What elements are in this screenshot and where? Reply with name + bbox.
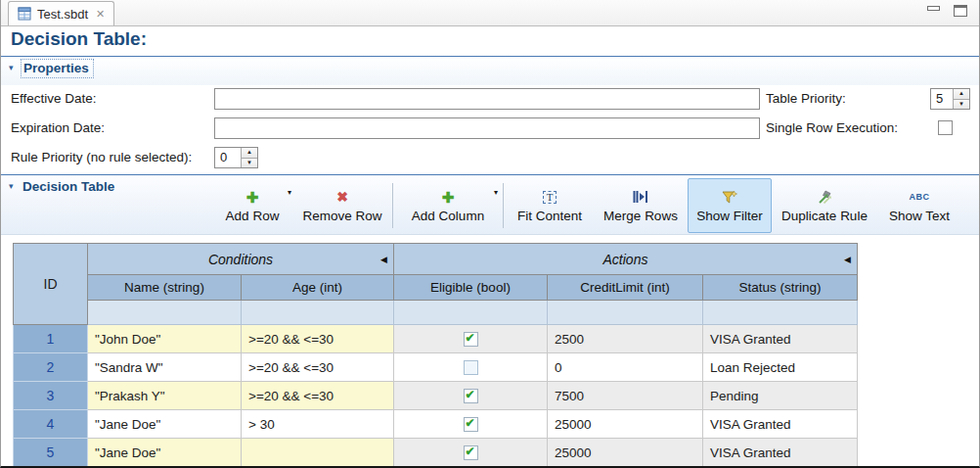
add-column-label: Add Column: [412, 209, 484, 223]
column-header-creditlimit[interactable]: CreditLimit (int): [548, 275, 703, 301]
collapse-triangle-icon[interactable]: ▾: [9, 181, 14, 191]
duplicate-rule-label: Duplicate Rule: [781, 209, 868, 223]
cell-eligible[interactable]: ✔: [394, 325, 548, 353]
actions-group-header[interactable]: Actions ◀: [394, 244, 858, 275]
cell-name[interactable]: "Prakash Y": [88, 382, 242, 410]
table-priority-label: Table Priority:: [766, 88, 846, 110]
cell-eligible[interactable]: ✔: [394, 353, 548, 382]
single-row-execution-checkbox[interactable]: [938, 120, 953, 135]
cell-creditlimit[interactable]: 25000: [548, 439, 703, 467]
filter-funnel-icon: [722, 189, 737, 206]
duplicate-rule-button[interactable]: Duplicate Rule: [772, 178, 877, 233]
cell-name[interactable]: "John Doe": [88, 325, 242, 353]
row-id[interactable]: 2: [14, 353, 88, 382]
remove-row-button[interactable]: ✖ Remove Row: [294, 178, 390, 233]
add-column-button[interactable]: ✚ Add Column ▾: [395, 178, 501, 233]
cell-age[interactable]: > 30: [242, 410, 394, 439]
merge-rows-label: Merge Rows: [603, 209, 678, 223]
row-id[interactable]: 5: [14, 439, 88, 467]
collapse-left-icon[interactable]: ◀: [844, 255, 851, 264]
filter-cell-creditlimit[interactable]: [548, 301, 703, 325]
show-text-button[interactable]: ABC Show Text: [877, 178, 961, 233]
filter-cell-age[interactable]: [242, 301, 394, 325]
cell-name[interactable]: "Jane Doe": [88, 439, 242, 467]
spinner-down-icon[interactable]: ▼: [242, 159, 257, 168]
remove-icon: ✖: [336, 190, 348, 204]
cell-age[interactable]: [242, 439, 394, 467]
eligible-checkbox[interactable]: ✔: [464, 389, 478, 403]
row-id[interactable]: 3: [14, 382, 88, 410]
cell-creditlimit[interactable]: 2500: [548, 325, 703, 353]
page-title: Decision Table:: [11, 28, 147, 50]
filter-cell-status[interactable]: [703, 301, 858, 325]
check-icon: ✔: [466, 416, 475, 430]
conditions-group-header[interactable]: Conditions ◀: [88, 244, 394, 275]
add-row-button[interactable]: ✚ Add Row ▾: [210, 178, 294, 233]
show-text-label: Show Text: [889, 209, 950, 223]
cell-eligible[interactable]: ✔: [394, 410, 548, 439]
cell-status[interactable]: Pending: [703, 382, 858, 410]
fit-content-button[interactable]: T Fit Content: [506, 178, 594, 233]
collapse-triangle-icon[interactable]: ▾: [9, 63, 14, 72]
cell-name[interactable]: "Sandra W": [88, 353, 242, 382]
spinner-down-icon[interactable]: ▼: [954, 100, 969, 110]
cell-age[interactable]: >=20 && <=30: [242, 382, 394, 410]
collapse-left-icon[interactable]: ◀: [380, 255, 387, 264]
column-header-age[interactable]: Age (int): [242, 275, 394, 301]
maximize-icon[interactable]: [954, 5, 967, 17]
spinner-up-icon[interactable]: ▲: [954, 89, 969, 100]
minimize-icon[interactable]: [927, 6, 940, 11]
properties-section-title[interactable]: Properties: [21, 59, 94, 78]
column-header-row: Name (string) Age (int) Eligible (bool) …: [14, 275, 858, 301]
editor-tab-bar: Test.sbdt ✕: [1, 0, 979, 26]
table-row: 2 "Sandra W" >=20 && <=30 ✔ 0 Loan Rejec…: [14, 353, 858, 382]
cell-status[interactable]: Loan Rejected: [703, 353, 858, 382]
eligible-checkbox[interactable]: ✔: [464, 417, 478, 432]
fit-content-icon: T: [543, 191, 557, 204]
table-priority-spinner[interactable]: 5 ▲ ▼: [930, 88, 970, 110]
effective-date-input[interactable]: [214, 88, 760, 110]
cell-status[interactable]: VISA Granted: [703, 410, 858, 439]
decision-table-toolbar: ✚ Add Row ▾ ✖ Remove Row ✚ Add Column ▾ …: [210, 178, 961, 233]
cell-status[interactable]: VISA Granted: [703, 439, 858, 467]
eligible-checkbox[interactable]: ✔: [464, 332, 478, 347]
rule-priority-label: Rule Priority (no rule selected):: [11, 147, 192, 168]
row-id[interactable]: 1: [14, 325, 88, 353]
cell-status[interactable]: VISA Granted: [703, 325, 858, 353]
cell-eligible[interactable]: ✔: [394, 439, 548, 467]
cell-creditlimit[interactable]: 25000: [548, 410, 703, 439]
abc-icon: ABC: [910, 192, 930, 202]
column-header-eligible[interactable]: Eligible (bool): [394, 275, 548, 301]
cell-creditlimit[interactable]: 0: [548, 353, 703, 382]
table-row: 3 "Prakash Y" >=20 && <=30 ✔ 7500 Pendin…: [14, 382, 858, 410]
tab-test-sbdt[interactable]: Test.sbdt ✕: [8, 1, 114, 25]
cell-age[interactable]: >=20 && <=30: [242, 325, 394, 353]
table-row: 1 "John Doe" >=20 && <=30 ✔ 2500 VISA Gr…: [14, 325, 858, 353]
column-header-status[interactable]: Status (string): [703, 275, 858, 301]
expiration-date-input[interactable]: [214, 117, 760, 139]
row-id[interactable]: 4: [14, 410, 88, 439]
decision-table-section-title[interactable]: Decision Table: [22, 179, 114, 194]
cell-name[interactable]: "Jane Doe": [88, 410, 242, 439]
effective-date-label: Effective Date:: [11, 88, 97, 110]
duplicate-rule-icon: [817, 189, 832, 206]
merge-rows-icon: [633, 189, 648, 206]
id-column-header[interactable]: ID: [14, 244, 88, 325]
cell-creditlimit[interactable]: 7500: [548, 382, 703, 410]
tab-close-icon[interactable]: ✕: [96, 9, 105, 20]
merge-rows-button[interactable]: Merge Rows: [594, 178, 688, 233]
filter-cell-eligible[interactable]: [394, 301, 548, 325]
filter-cell-name[interactable]: [88, 301, 242, 325]
decision-table-grid: ID Conditions ◀ Actions ◀ Name (string) …: [13, 243, 858, 467]
column-header-name[interactable]: Name (string): [88, 275, 242, 301]
rule-priority-spinner[interactable]: 0 ▲ ▼: [214, 147, 258, 168]
eligible-checkbox[interactable]: ✔: [464, 360, 478, 375]
cell-eligible[interactable]: ✔: [394, 382, 548, 410]
dropdown-arrow-icon[interactable]: ▾: [288, 188, 291, 197]
cell-age[interactable]: >=20 && <=30: [242, 353, 394, 382]
spinner-up-icon[interactable]: ▲: [242, 148, 257, 159]
eligible-checkbox[interactable]: ✔: [464, 445, 478, 460]
dropdown-arrow-icon[interactable]: ▾: [494, 188, 498, 197]
add-row-label: Add Row: [226, 209, 280, 223]
show-filter-button[interactable]: Show Filter: [688, 178, 772, 233]
